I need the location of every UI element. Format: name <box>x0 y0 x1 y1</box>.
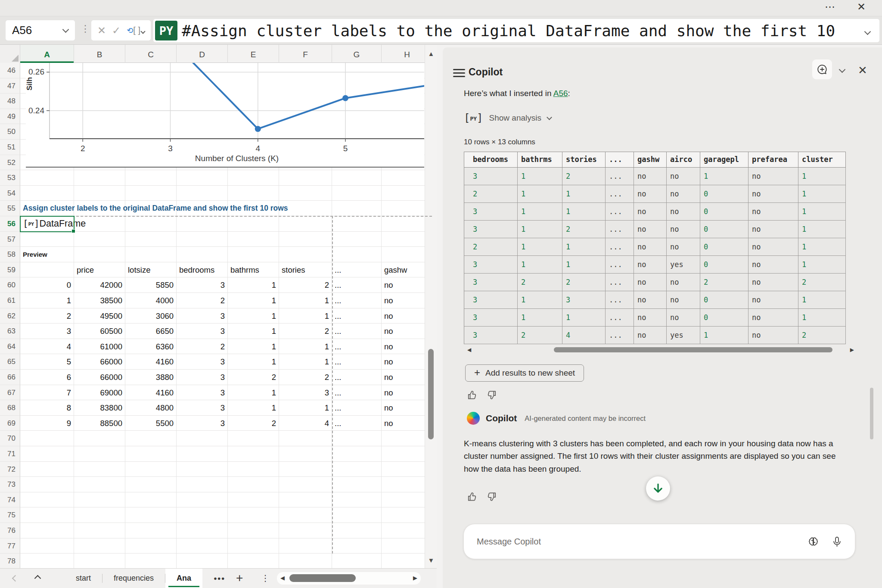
cell-D78[interactable] <box>177 554 228 568</box>
cell-D60[interactable]: 3 <box>177 277 228 293</box>
row-header-50[interactable]: 50 <box>0 124 20 140</box>
cell-G62[interactable]: ... <box>332 308 382 324</box>
cell-B57[interactable] <box>74 232 125 247</box>
thumbs-up-icon[interactable] <box>467 389 478 401</box>
name-box[interactable]: A56 <box>6 20 75 40</box>
sheet-tab-ana[interactable]: Ana <box>165 569 202 588</box>
formula-expand-chevron-icon[interactable] <box>864 28 871 35</box>
cell-D74[interactable] <box>177 492 228 508</box>
cell-B67[interactable]: 69000 <box>74 385 125 401</box>
add-results-button[interactable]: + Add results to new sheet <box>465 364 584 382</box>
cell-B72[interactable] <box>74 462 125 477</box>
row-header-63[interactable]: 63 <box>0 324 20 339</box>
fill-handle[interactable] <box>71 229 75 233</box>
cell-D71[interactable] <box>177 446 228 462</box>
cell-C60[interactable]: 5850 <box>125 277 177 293</box>
tabs-prev-icon[interactable] <box>12 575 19 582</box>
cell-C71[interactable] <box>125 446 177 462</box>
cell-C66[interactable]: 3880 <box>125 370 177 385</box>
scroll-up-icon[interactable]: ▲ <box>425 50 437 57</box>
cell-A77[interactable] <box>20 538 74 554</box>
row-header-65[interactable]: 65 <box>0 354 20 370</box>
panel-scrollbar-thumb[interactable] <box>870 388 873 439</box>
row-header-75[interactable]: 75 <box>0 507 20 523</box>
cell-A75[interactable] <box>20 507 74 523</box>
cell-D72[interactable] <box>177 462 228 477</box>
sheet-tab-frequencies[interactable]: frequencies <box>102 569 165 588</box>
row-header-69[interactable]: 69 <box>0 416 20 431</box>
cell-F72[interactable] <box>279 462 332 477</box>
cell-C76[interactable] <box>125 523 177 538</box>
scrollbar-thumb[interactable] <box>289 574 356 582</box>
cell-A74[interactable] <box>20 492 74 508</box>
tab-overflow-icon[interactable]: ●●● <box>214 569 225 588</box>
cell-G55[interactable] <box>332 201 382 216</box>
cell-F74[interactable] <box>279 492 332 508</box>
cell-F59[interactable]: stories <box>279 262 332 278</box>
window-more-icon[interactable]: ⋯ <box>822 1 839 13</box>
cell-G57[interactable] <box>332 232 382 247</box>
row-header-46[interactable]: 46 <box>0 63 20 78</box>
column-header-A[interactable]: A <box>20 45 74 63</box>
cell-A59[interactable] <box>20 262 74 278</box>
row-header-51[interactable]: 51 <box>0 140 20 155</box>
cell-G76[interactable] <box>332 523 382 538</box>
row-header-61[interactable]: 61 <box>0 293 20 308</box>
cell-C73[interactable] <box>125 477 177 492</box>
cell-D62[interactable]: 3 <box>177 308 228 324</box>
cell-B76[interactable] <box>74 523 125 538</box>
cell-C77[interactable] <box>125 538 177 554</box>
cell-F69[interactable]: 4 <box>279 416 332 431</box>
cell-E73[interactable] <box>228 477 279 492</box>
column-header-G[interactable]: G <box>332 45 382 63</box>
row-header-53[interactable]: 53 <box>0 170 20 186</box>
cell-F68[interactable]: 1 <box>279 400 332 416</box>
row-header-73[interactable]: 73 <box>0 477 20 492</box>
scroll-right-icon[interactable]: ▶ <box>413 575 417 581</box>
collapse-panel-icon[interactable] <box>839 66 846 73</box>
cell-B73[interactable] <box>74 477 125 492</box>
cell-G71[interactable] <box>332 446 382 462</box>
cell-G69[interactable]: ... <box>332 416 382 431</box>
cell-C56[interactable] <box>125 216 177 232</box>
cell-B59[interactable]: price <box>74 262 125 278</box>
cell-B66[interactable]: 66000 <box>74 370 125 385</box>
cell-D54[interactable] <box>177 186 228 201</box>
cell-C68[interactable]: 4800 <box>125 400 177 416</box>
cell-D76[interactable] <box>177 523 228 538</box>
cell-C72[interactable] <box>125 462 177 477</box>
cell-F65[interactable]: 1 <box>279 354 332 370</box>
cell-D58[interactable] <box>177 247 228 262</box>
cell-F71[interactable] <box>279 446 332 462</box>
show-analysis-button[interactable]: [PY] Show analysis <box>464 112 551 124</box>
row-header-49[interactable]: 49 <box>0 109 20 124</box>
scroll-right-icon[interactable]: ▶ <box>850 347 854 353</box>
cell-A53[interactable] <box>20 170 74 186</box>
scroll-left-icon[interactable]: ◀ <box>467 347 471 353</box>
cell-G75[interactable] <box>332 507 382 523</box>
cell-F58[interactable] <box>279 247 332 262</box>
scroll-down-icon[interactable]: ▼ <box>425 557 437 564</box>
cell-C54[interactable] <box>125 186 177 201</box>
cell-A78[interactable] <box>20 554 74 568</box>
scrollbar-thumb[interactable] <box>554 347 832 352</box>
row-header-47[interactable]: 47 <box>0 78 20 94</box>
row-header-57[interactable]: 57 <box>0 232 20 247</box>
cell-D75[interactable] <box>177 507 228 523</box>
cell-G68[interactable]: ... <box>332 400 382 416</box>
cell-B74[interactable] <box>74 492 125 508</box>
cell-A73[interactable] <box>20 477 74 492</box>
cell-B65[interactable]: 66000 <box>74 354 125 370</box>
row-header-68[interactable]: 68 <box>0 400 20 416</box>
row-header-54[interactable]: 54 <box>0 186 20 201</box>
add-sheet-icon[interactable]: + <box>236 569 243 587</box>
cell-E63[interactable]: 1 <box>228 324 279 339</box>
select-all-corner[interactable] <box>0 45 20 63</box>
cell-A56[interactable]: [PY]DataFrame <box>20 216 74 232</box>
cell-A55[interactable]: Assign cluster labels to the original Da… <box>20 201 74 216</box>
sheet-horizontal-scrollbar[interactable]: ◀ ▶ <box>277 572 421 585</box>
cell-D68[interactable]: 3 <box>177 400 228 416</box>
cell-B64[interactable]: 61000 <box>74 339 125 355</box>
cell-F57[interactable] <box>279 232 332 247</box>
cell-B71[interactable] <box>74 446 125 462</box>
